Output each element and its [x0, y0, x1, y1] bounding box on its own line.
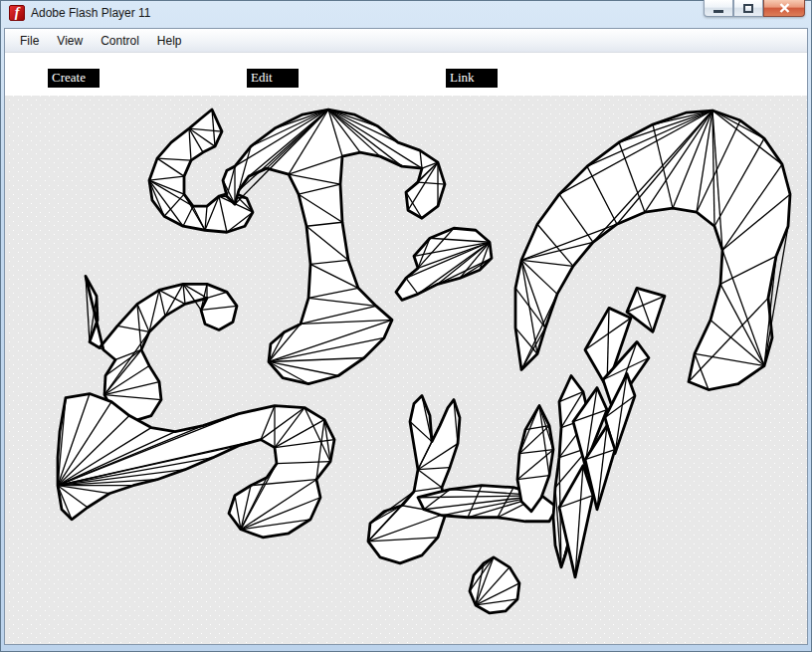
create-button[interactable]: Create [48, 69, 100, 88]
stage-shape-leaf-middle-vertical[interactable] [517, 406, 553, 512]
link-button[interactable]: Link [446, 69, 498, 88]
close-icon [779, 3, 790, 13]
stage-shape-wave-bottom-left[interactable] [58, 394, 334, 538]
minimize-icon [713, 10, 723, 13]
window-title: Adobe Flash Player 11 [31, 6, 151, 20]
edit-button[interactable]: Edit [247, 69, 299, 88]
menu-help[interactable]: Help [148, 31, 191, 51]
stage-shape-big-swirl-top-middle[interactable] [223, 109, 445, 384]
stage-shape-arc-top-right[interactable] [515, 110, 790, 390]
stage-svg[interactable] [5, 96, 807, 644]
titlebar[interactable]: f Adobe Flash Player 11 [0, 0, 812, 28]
menu-bar: File View Control Help [5, 29, 807, 53]
menu-file[interactable]: File [11, 31, 48, 51]
flash-player-icon: f [9, 5, 25, 21]
flash-player-window: f Adobe Flash Player 11 File View Contro… [0, 0, 812, 652]
client-area: File View Control Help Create Edit Link [4, 28, 808, 645]
maximize-button[interactable] [733, 0, 763, 17]
minimize-button[interactable] [704, 0, 733, 17]
maximize-icon [743, 4, 753, 13]
window-controls [704, 0, 805, 17]
menu-view[interactable]: View [48, 31, 92, 51]
close-button[interactable] [763, 0, 805, 17]
stage[interactable] [5, 96, 807, 644]
toolbar: Create Edit Link [5, 53, 807, 96]
menu-control[interactable]: Control [92, 31, 148, 51]
